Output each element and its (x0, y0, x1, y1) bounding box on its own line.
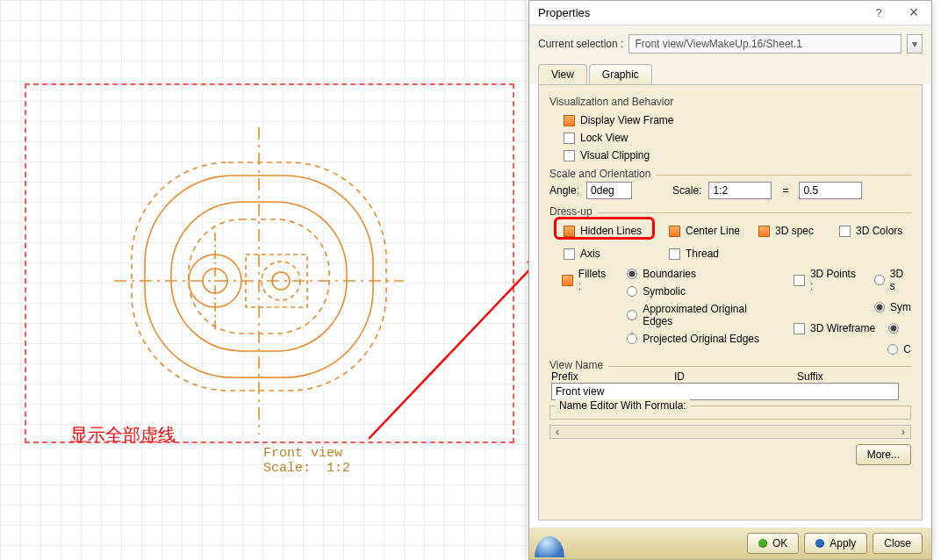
help-button[interactable]: ? (861, 1, 896, 25)
view-name-input[interactable] (551, 383, 899, 400)
lbl-3d-points: 3D Points : (810, 268, 861, 292)
chk-thread[interactable] (669, 248, 680, 260)
lbl-thread: Thread (686, 248, 719, 260)
chk-3d-colors[interactable] (839, 226, 851, 237)
chk-lock-view[interactable] (564, 133, 575, 144)
lbl-3d-wireframe: 3D Wireframe (810, 322, 875, 334)
svg-rect-2 (171, 202, 347, 351)
name-editor-legend: Name Editor With Formula: (556, 399, 690, 412)
dialog-title: Properties (538, 6, 861, 19)
equals-label: = (779, 184, 792, 197)
lbl-boundaries: Boundaries (643, 268, 696, 280)
ok-dot-icon (758, 539, 767, 548)
tab-pane-view: Visualization and Behavior Display View … (538, 84, 923, 521)
chk-axis[interactable] (564, 248, 575, 260)
rad-projected[interactable] (627, 334, 637, 344)
horizontal-scrollbar[interactable]: ‹ › (549, 425, 911, 439)
scroll-left-icon[interactable]: ‹ (550, 426, 564, 438)
more-button[interactable]: More... (856, 444, 911, 465)
rad-sym[interactable] (874, 302, 885, 312)
lbl-sym: Sym (890, 301, 911, 313)
lbl-symbolic: Symbolic (643, 285, 686, 298)
apply-dot-icon (815, 539, 824, 548)
lbl-hidden-lines: Hidden Lines (580, 225, 642, 237)
chk-center-line[interactable] (669, 226, 680, 237)
chk-hidden-lines[interactable] (564, 226, 575, 237)
lbl-3d-s: 3D s (890, 268, 911, 292)
current-selection-field[interactable]: Front view/ViewMakeUp.16/Sheet.1 (628, 34, 901, 54)
tab-graphic[interactable]: Graphic (589, 64, 652, 84)
rad-boundaries[interactable] (627, 269, 637, 279)
current-selection-row: Current selection : Front view/ViewMakeU… (529, 25, 931, 61)
chk-fillets[interactable] (562, 275, 573, 286)
chk-display-view-frame[interactable] (564, 115, 575, 126)
chk-3d-wireframe[interactable] (794, 323, 805, 334)
globe-icon (535, 536, 564, 557)
rad-3d-s[interactable] (874, 275, 885, 285)
lbl-id: ID (672, 370, 795, 383)
scale-orientation-legend: Scale and Orientation (549, 168, 656, 180)
technical-drawing (114, 127, 404, 434)
apply-button[interactable]: Apply (804, 533, 867, 554)
lbl-prefix: Prefix (549, 370, 672, 383)
rad-c[interactable] (887, 344, 898, 355)
lbl-lock-view: Lock View (580, 132, 628, 144)
dialog-titlebar[interactable]: Properties ? × (529, 1, 931, 25)
lbl-display-view-frame: Display View Frame (580, 114, 673, 126)
chk-3d-spec[interactable] (758, 226, 770, 237)
close-button[interactable]: Close (873, 533, 923, 554)
lbl-fillets: Fillets : (578, 268, 611, 292)
lbl-projected: Projected Original Edges (643, 333, 759, 345)
scale-input[interactable] (708, 182, 772, 199)
lbl-suffix: Suffix (795, 370, 901, 383)
current-selection-label: Current selection : (538, 38, 623, 50)
tab-view[interactable]: View (538, 64, 587, 84)
angle-label: Angle: (549, 184, 579, 197)
lbl-3d-spec: 3D spec (775, 225, 814, 237)
view-caption: Front view Scale: 1:2 (263, 446, 350, 476)
view-name-legend: View Name (549, 359, 608, 371)
chinese-annotation: 显示全部虚线 (70, 423, 176, 447)
dressup-legend: Dress-up (549, 205, 598, 218)
lbl-c: C (903, 343, 911, 355)
chk-3d-points[interactable] (794, 275, 805, 286)
rad-wire-c[interactable] (888, 323, 899, 334)
selection-dropdown-button[interactable]: ▾ (907, 34, 923, 54)
name-editor-group: Name Editor With Formula: (549, 406, 911, 420)
properties-dialog: Properties ? × Current selection : Front… (528, 0, 932, 560)
scale-ratio-input[interactable] (799, 182, 862, 199)
lbl-center-line: Center Line (686, 225, 740, 237)
close-window-button[interactable]: × (896, 1, 931, 25)
rad-symbolic[interactable] (627, 286, 637, 297)
ok-button[interactable]: OK (747, 533, 799, 554)
tab-strip: View Graphic (529, 61, 931, 84)
lbl-axis: Axis (580, 248, 600, 260)
lbl-approx: Approximated Original Edges (643, 303, 778, 327)
lbl-3d-colors: 3D Colors (856, 225, 902, 237)
dialog-footer: OK Apply Close (529, 528, 931, 559)
lbl-visual-clipping: Visual Clipping (580, 149, 650, 162)
rad-approx[interactable] (627, 310, 637, 320)
chk-visual-clipping[interactable] (564, 150, 575, 162)
angle-input[interactable] (586, 182, 632, 199)
scroll-right-icon[interactable]: › (896, 426, 910, 438)
scale-label: Scale: (672, 184, 701, 197)
visualization-legend: Visualization and Behavior (549, 96, 911, 108)
